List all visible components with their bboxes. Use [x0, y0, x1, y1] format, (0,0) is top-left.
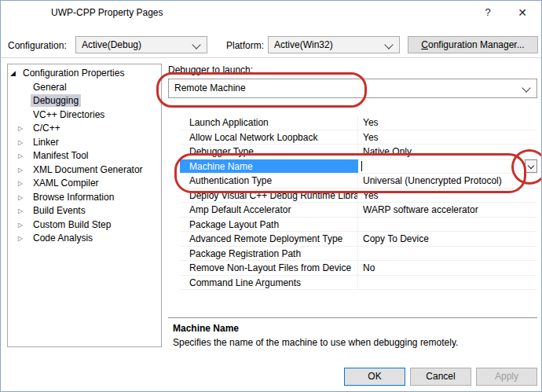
tree-item-xml-document-generator[interactable]: ▷XML Document Generator [8, 163, 161, 178]
tree-item-label: XML Document Generator [31, 163, 145, 176]
property-name: Package Registration Path [180, 247, 358, 261]
property-value[interactable]: Yes [358, 189, 537, 203]
property-row-debugger-type[interactable]: Debugger TypeNative Only [180, 145, 537, 159]
platform-dropdown[interactable]: Active(Win32) [268, 36, 400, 53]
property-value-text: WARP software accelerator [363, 204, 478, 215]
property-value[interactable]: Copy To Device [358, 232, 537, 246]
tree-item-label: Linker [31, 136, 61, 148]
tree-item-xaml-compiler[interactable]: ▷XAML Compiler [8, 177, 161, 191]
property-value[interactable]: Universal (Unencrypted Protocol) [358, 174, 537, 188]
property-row-allow-local-network-loopback[interactable]: Allow Local Network LoopbackYes [180, 130, 537, 145]
property-name: Machine Name [180, 159, 358, 174]
platform-dropdown-value: Active(Win32) [274, 39, 333, 50]
tree-item-label: Build Events [31, 204, 88, 217]
debugger-dropdown-value: Remote Machine [174, 82, 246, 93]
tree-item-label: Browse Information [31, 191, 116, 203]
tree-item-configuration-properties[interactable]: ◢Configuration Properties [8, 67, 161, 81]
tree-item-label: Debugging [31, 94, 81, 107]
tree-collapsed-icon[interactable]: ▷ [18, 177, 23, 191]
property-row-package-registration-path[interactable]: Package Registration Path [180, 247, 537, 262]
property-name: Authentication Type [180, 174, 358, 188]
tree-item-linker[interactable]: ▷Linker [8, 136, 161, 150]
property-row-launch-application[interactable]: Launch ApplicationYes [180, 115, 537, 130]
property-value[interactable] [358, 247, 537, 261]
property-value[interactable] [358, 218, 537, 232]
tree-item-label: General [31, 81, 69, 93]
apply-button[interactable]: Apply [476, 368, 537, 386]
tree-collapsed-icon[interactable]: ▷ [18, 163, 23, 178]
property-name: Allow Local Network Loopback [180, 130, 358, 145]
property-row-package-layout-path[interactable]: Package Layout Path [180, 218, 537, 233]
tree-item-label: VC++ Directories [31, 108, 107, 121]
tree-item-debugging[interactable]: Debugging [8, 94, 161, 108]
configuration-dropdown[interactable]: Active(Debug) [75, 36, 207, 53]
help-button[interactable]: ? [475, 1, 500, 24]
configuration-manager-button[interactable]: Configuration Manager... [408, 36, 538, 53]
property-name: Amp Default Accelerator [180, 203, 358, 217]
tree-collapsed-icon[interactable]: ▷ [18, 218, 23, 233]
property-row-machine-name[interactable]: Machine Name [180, 159, 537, 174]
tree-item-label: Configuration Properties [20, 67, 126, 79]
tree-collapsed-icon[interactable]: ▷ [18, 122, 23, 136]
ok-button[interactable]: OK [344, 368, 405, 386]
tree-collapsed-icon[interactable]: ▷ [18, 232, 23, 246]
tree-item-label: Manifest Tool [31, 149, 90, 162]
property-value[interactable]: Yes [358, 115, 537, 130]
tree-item-code-analysis[interactable]: ▷Code Analysis [8, 232, 161, 246]
titlebar: UWP-CPP Property Pages ? ✕ [1, 1, 541, 24]
tree-item-label: C/C++ [31, 122, 63, 134]
tree-item-custom-build-step[interactable]: ▷Custom Build Step [8, 218, 161, 233]
chevron-down-icon [384, 40, 393, 49]
configuration-dropdown-value: Active(Debug) [82, 39, 141, 50]
property-value-text: Copy To Device [363, 233, 429, 244]
property-value-text: Universal (Unencrypted Protocol) [363, 175, 502, 186]
tree-item-general[interactable]: General [8, 81, 161, 95]
configuration-label: Configuration: [8, 40, 67, 51]
property-name: Advanced Remote Deployment Type [180, 232, 358, 246]
property-row-amp-default-accelerator[interactable]: Amp Default AcceleratorWARP software acc… [180, 203, 537, 218]
property-value[interactable] [358, 276, 537, 290]
tree-collapsed-icon[interactable]: ▷ [18, 204, 23, 218]
window-title: UWP-CPP Property Pages [51, 7, 163, 18]
property-pages-dialog: UWP-CPP Property Pages ? ✕ Configuration… [0, 0, 542, 392]
property-name: Command Line Arguments [180, 276, 358, 290]
tree-item-browse-information[interactable]: ▷Browse Information [8, 191, 161, 205]
text-caret [361, 161, 362, 171]
property-value-text: Yes [363, 117, 379, 128]
tree-item-c-c[interactable]: ▷C/C++ [8, 122, 161, 136]
cancel-button[interactable]: Cancel [410, 368, 471, 386]
property-row-command-line-arguments[interactable]: Command Line Arguments [180, 276, 537, 291]
property-name: Package Layout Path [180, 218, 358, 232]
property-value[interactable]: Yes [358, 130, 537, 145]
debugger-dropdown[interactable]: Remote Machine [168, 79, 537, 98]
description-text: Specifies the name of the machine to use… [173, 337, 458, 348]
machine-name-dropdown-button[interactable] [525, 159, 537, 173]
property-value[interactable]: No [358, 261, 537, 275]
platform-label: Platform: [226, 40, 264, 51]
tree-item-vc-directories[interactable]: VC++ Directories [8, 108, 161, 123]
tree-expanded-icon[interactable]: ◢ [10, 67, 16, 81]
property-value[interactable]: Native Only [358, 145, 537, 159]
property-name: Launch Application [180, 115, 358, 130]
config-bar-divider [1, 57, 542, 58]
tree-collapsed-icon[interactable]: ▷ [18, 149, 23, 163]
chevron-down-icon [528, 162, 534, 168]
tree-item-label: XAML Compiler [31, 177, 101, 189]
property-row-deploy-visual-c-debug-runtime-librarie[interactable]: Deploy Visual C++ Debug Runtime Librarie… [180, 189, 537, 203]
tree-item-manifest-tool[interactable]: ▷Manifest Tool [8, 149, 161, 163]
description-title: Machine Name [173, 323, 239, 334]
tree-item-label: Custom Build Step [31, 218, 113, 231]
close-button[interactable]: ✕ [507, 1, 538, 24]
tree-collapsed-icon[interactable]: ▷ [18, 191, 23, 205]
tree-collapsed-icon[interactable]: ▷ [18, 136, 23, 150]
property-name: Deploy Visual C++ Debug Runtime Librarie [180, 189, 358, 203]
property-value[interactable]: WARP software accelerator [358, 203, 537, 217]
property-value[interactable] [358, 159, 537, 174]
property-row-authentication-type[interactable]: Authentication TypeUniversal (Unencrypte… [180, 174, 537, 189]
tree-item-build-events[interactable]: ▷Build Events [8, 204, 161, 218]
property-row-advanced-remote-deployment-type[interactable]: Advanced Remote Deployment TypeCopy To D… [180, 232, 537, 247]
chevron-down-icon [522, 83, 530, 92]
tree-item-label: Code Analysis [31, 232, 95, 244]
debugger-to-launch-label: Debugger to launch: [168, 64, 253, 75]
property-row-remove-non-layout-files-from-device[interactable]: Remove Non-Layout Files from DeviceNo [180, 261, 537, 276]
